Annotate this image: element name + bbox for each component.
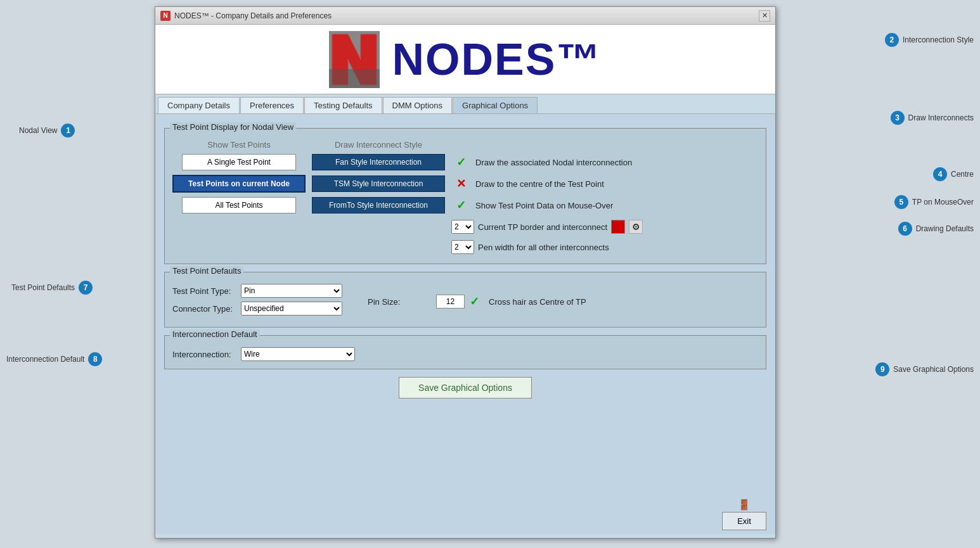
- tp-mid-3: FromTo Style Interconnection: [306, 197, 451, 213]
- crosshair-label: Cross hair as Centre of TP: [489, 297, 586, 307]
- logo-container: NODES™: [155, 31, 775, 88]
- tab-preferences[interactable]: Preferences: [240, 97, 304, 113]
- close-button[interactable]: ✕: [759, 10, 770, 22]
- tp-defaults-left: Test Point Type: Pin SMD Through Hole Co…: [172, 284, 342, 319]
- annotation-1-text: Nodal View: [19, 126, 57, 135]
- titlebar-title: NODES™ - Company Details and Preferences: [174, 11, 332, 20]
- tab-testing-defaults[interactable]: Testing Defaults: [304, 97, 382, 113]
- annotation-6-text: Drawing Defaults: [916, 224, 974, 233]
- interconnect-default-group: Interconnection Default Interconnection:…: [164, 335, 766, 369]
- option-mouseover-text: Show Test Point Data on Mouse-Over: [475, 201, 613, 210]
- pen-width-current-select[interactable]: 213: [451, 220, 474, 234]
- annotation-8-bubble: 8: [88, 352, 102, 366]
- titlebar: N NODES™ - Company Details and Preferenc…: [155, 7, 775, 25]
- titlebar-left: N NODES™ - Company Details and Preferenc…: [160, 11, 332, 21]
- option-draw-centre: ✕ Draw to the centre of the Test Point: [456, 175, 758, 193]
- connector-type-label: Connector Type:: [172, 304, 236, 314]
- tp-type-row: Test Point Type: Pin SMD Through Hole: [172, 284, 342, 298]
- btn-fromto-style[interactable]: FromTo Style Interconnection: [312, 197, 445, 213]
- pen-options: 213 Current TP border and interconnect ⚙…: [451, 218, 758, 256]
- gear-icon[interactable]: ⚙: [629, 220, 643, 234]
- tp-left-1: A Single Test Point: [172, 154, 306, 170]
- interconnect-row: Interconnection: Wire Bus Power: [172, 347, 758, 361]
- check-mouseover: ✓: [456, 198, 470, 212]
- pen-current-label: Current TP border and interconnect: [478, 222, 607, 232]
- annotation-5-bubble: 5: [894, 195, 908, 209]
- annotation-7-bubble: 7: [79, 281, 93, 295]
- logo-title: NODES™: [392, 34, 602, 85]
- btn-single-test-point[interactable]: A Single Test Point: [182, 154, 296, 170]
- tp-left-2: Test Points on current Node: [172, 175, 306, 193]
- btn-test-points-current-node[interactable]: Test Points on current Node: [172, 175, 306, 193]
- annotation-8: Interconnection Default 8: [6, 352, 102, 366]
- tp-defaults-right: Pin Size: ✓ Cross hair as Centre of TP: [368, 295, 586, 309]
- tab-graphical-options[interactable]: Graphical Options: [453, 97, 538, 113]
- annotation-4-bubble: 4: [933, 167, 947, 181]
- connector-type-row: Connector Type: Unspecified Edge Header: [172, 302, 342, 315]
- logo-area: NODES™: [155, 25, 775, 94]
- interconnect-label: Interconnection:: [172, 350, 236, 359]
- annotation-5-text: TP on MouseOver: [912, 198, 974, 207]
- content-area: Test Point Display for Nodal View Show T…: [155, 114, 775, 534]
- annotation-8-text: Interconnection Default: [6, 355, 84, 364]
- option-draw-nodal: ✓ Draw the associated Nodal interconnect…: [456, 153, 758, 171]
- nodal-view-group-content: Show Test Points Draw Interconnect Style…: [172, 140, 758, 256]
- tp-defaults-title: Test Point Defaults: [170, 266, 243, 276]
- option-draw-centre-text: Draw to the centre of the Test Point: [475, 179, 604, 189]
- tp-defaults-inner: Test Point Type: Pin SMD Through Hole Co…: [172, 284, 758, 319]
- save-graphical-options-button[interactable]: Save Graphical Options: [399, 377, 532, 398]
- annotation-6-bubble: 6: [898, 222, 912, 236]
- btn-all-test-points[interactable]: All Test Points: [182, 197, 296, 213]
- exit-icon: 🚪: [738, 499, 751, 511]
- btn-tsm-style[interactable]: TSM Style Interconnection: [312, 175, 445, 192]
- annotation-1-bubble: 1: [61, 124, 75, 137]
- annotation-2-text: Interconnection Style: [903, 35, 974, 44]
- annotation-2: 2 Interconnection Style: [885, 33, 974, 47]
- pen-width-other-select[interactable]: 213: [451, 240, 474, 254]
- tp-defaults-content: Test Point Type: Pin SMD Through Hole Co…: [172, 284, 758, 319]
- tp-type-select[interactable]: Pin SMD Through Hole: [241, 284, 342, 298]
- main-window: N NODES™ - Company Details and Preferenc…: [155, 6, 776, 538]
- annotation-1: Nodal View 1: [19, 124, 75, 137]
- annotation-3: 3 Draw Interconnects: [891, 111, 974, 125]
- check-crosshair: ✓: [470, 295, 484, 309]
- tp-mid-2: TSM Style Interconnection: [306, 175, 451, 192]
- tp-defaults-group: Test Point Defaults Test Point Type: Pin…: [164, 272, 766, 328]
- annotation-3-text: Draw Interconnects: [908, 113, 974, 122]
- tab-company-details[interactable]: Company Details: [158, 97, 240, 113]
- color-swatch[interactable]: [611, 220, 625, 234]
- tp-mid-1: Fan Style Interconnection: [306, 154, 451, 170]
- pen-option-1: 213 Current TP border and interconnect ⚙: [451, 218, 758, 236]
- btn-fan-style[interactable]: Fan Style Interconnection: [312, 154, 445, 170]
- col-header-draw-style: Draw Interconnect Style: [306, 140, 451, 150]
- col-header-show-tp: Show Test Points: [172, 140, 306, 150]
- interconnect-default-title: Interconnection Default: [170, 329, 260, 339]
- annotation-4: 4 Centre: [933, 167, 974, 181]
- annotation-5: 5 TP on MouseOver: [894, 195, 974, 209]
- interconnect-select[interactable]: Wire Bus Power: [241, 347, 355, 361]
- annotation-9-bubble: 9: [875, 362, 889, 376]
- pin-size-input[interactable]: [436, 295, 465, 309]
- option-mouseover: ✓ Show Test Point Data on Mouse-Over: [456, 196, 758, 214]
- pen-option-2: 213 Pen width for all other interconnect…: [451, 238, 758, 256]
- annotation-3-bubble: 3: [891, 111, 905, 125]
- nodal-view-group-title: Test Point Display for Nodal View: [170, 122, 296, 132]
- app-icon: N: [160, 11, 171, 21]
- annotation-7: Test Point Defaults 7: [11, 281, 93, 295]
- tabs-bar: Company Details Preferences Testing Defa…: [155, 94, 775, 114]
- annotation-7-text: Test Point Defaults: [11, 283, 75, 292]
- column-headers: Show Test Points Draw Interconnect Style: [172, 140, 758, 150]
- connector-type-select[interactable]: Unspecified Edge Header: [241, 302, 342, 315]
- tp-row-2: Test Points on current Node TSM Style In…: [172, 175, 758, 193]
- tab-dmm-options[interactable]: DMM Options: [383, 97, 452, 113]
- pin-size-label: Pin Size:: [368, 297, 431, 307]
- exit-area: 🚪 Exit: [722, 499, 766, 530]
- annotation-9-text: Save Graphical Options: [893, 365, 974, 374]
- nodal-view-group: Test Point Display for Nodal View Show T…: [164, 128, 766, 264]
- exit-button[interactable]: Exit: [722, 512, 766, 530]
- tp-row-1: A Single Test Point Fan Style Interconne…: [172, 153, 758, 171]
- tp-right-2: ✕ Draw to the centre of the Test Point: [451, 175, 758, 193]
- tp-type-label: Test Point Type:: [172, 286, 236, 296]
- tp-left-3: All Test Points: [172, 197, 306, 213]
- tp-right-1: ✓ Draw the associated Nodal interconnect…: [451, 153, 758, 171]
